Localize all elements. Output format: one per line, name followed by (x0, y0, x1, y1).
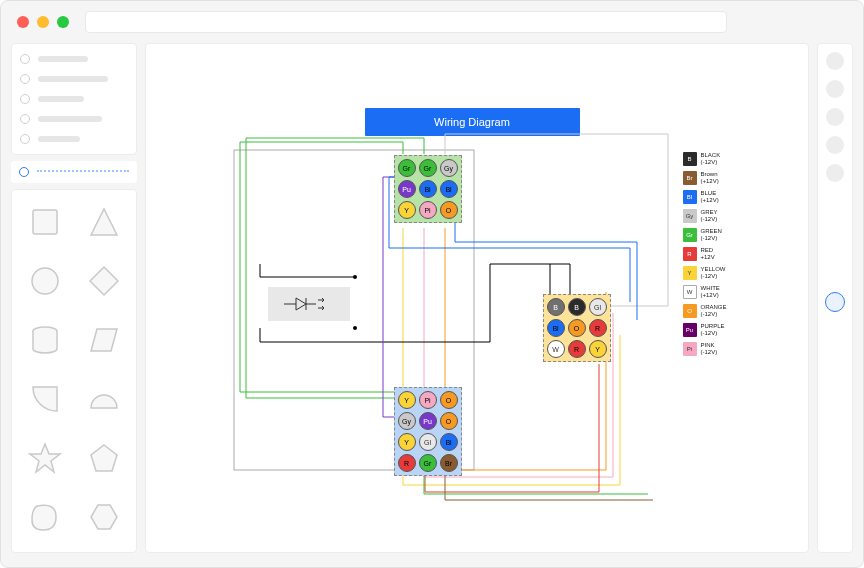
shape-parallelogram[interactable] (87, 323, 121, 361)
pin-pu: Pu (419, 412, 437, 430)
pin-y: Y (398, 201, 416, 219)
shape-palette (11, 189, 137, 553)
legend-orange: OORANGE(-12V) (683, 304, 765, 318)
shape-diamond[interactable] (87, 264, 121, 302)
pin-y: Y (398, 391, 416, 409)
shape-star[interactable] (28, 441, 62, 479)
legend-white: WWHITE(+12V) (683, 285, 765, 299)
pin-o: O (440, 201, 458, 219)
maximize-button[interactable] (57, 16, 69, 28)
window-controls (17, 16, 69, 28)
pin-br: Br (440, 454, 458, 472)
connector-top: GrGrGyPuBlBlYPiO (394, 155, 462, 223)
svg-marker-1 (91, 209, 117, 235)
pin-bl: Bl (547, 319, 565, 337)
rail-dot[interactable] (826, 164, 844, 182)
layer-row[interactable] (20, 94, 128, 104)
pin-r: R (398, 454, 416, 472)
pin-gr: Gr (419, 454, 437, 472)
pin-bl: Bl (440, 433, 458, 451)
pin-o: O (440, 412, 458, 430)
rail-dot[interactable] (826, 80, 844, 98)
layer-row[interactable] (20, 54, 128, 64)
svg-point-10 (353, 275, 357, 279)
svg-marker-5 (91, 329, 117, 351)
minimize-button[interactable] (37, 16, 49, 28)
legend-red: RRED+12V (683, 247, 765, 261)
pin-pi: Pi (419, 391, 437, 409)
svg-point-11 (353, 326, 357, 330)
pin-y: Y (589, 340, 607, 358)
svg-rect-0 (33, 210, 57, 234)
rail-dot[interactable] (826, 52, 844, 70)
pin-pi: Pi (419, 201, 437, 219)
titlebar (1, 1, 863, 43)
pin-b: B (568, 298, 586, 316)
shape-pentagon[interactable] (87, 441, 121, 479)
svg-marker-7 (91, 445, 117, 471)
legend-pink: PiPINK(-12V) (683, 342, 765, 356)
legend-purple: PuPURPLE(-12V) (683, 323, 765, 337)
rail-dot-selected[interactable] (825, 292, 845, 312)
pin-o: O (440, 391, 458, 409)
app-window: Wiring Diagram (0, 0, 864, 568)
legend-black: BBLACK(-12V) (683, 152, 765, 166)
pin-gr: Gr (398, 159, 416, 177)
canvas-area[interactable]: Wiring Diagram (145, 43, 809, 553)
shape-hexagon[interactable] (87, 500, 121, 538)
left-sidebar (11, 43, 137, 553)
pin-bl: Bl (419, 180, 437, 198)
connector-right: BBGlBlORWRY (543, 294, 611, 362)
svg-marker-6 (30, 444, 60, 472)
shape-quarter[interactable] (28, 382, 62, 420)
diode-icon (284, 294, 334, 314)
layer-row[interactable] (20, 74, 128, 84)
pin-pu: Pu (398, 180, 416, 198)
close-button[interactable] (17, 16, 29, 28)
legend-yellow: YYELLOW(-12V) (683, 266, 765, 280)
shape-triangle[interactable] (87, 205, 121, 243)
layers-panel (11, 43, 137, 155)
legend-brown: BrBrown(+12V) (683, 171, 765, 185)
app-body: Wiring Diagram (1, 43, 863, 567)
pin-gr: Gr (419, 159, 437, 177)
pin-y: Y (398, 433, 416, 451)
svg-marker-13 (296, 298, 306, 310)
legend-grey: GyGREY(-12V) (683, 209, 765, 223)
svg-marker-8 (91, 505, 117, 529)
pin-o: O (568, 319, 586, 337)
diagram-canvas: Wiring Diagram (190, 82, 765, 514)
svg-point-2 (32, 268, 58, 294)
led-component (268, 287, 350, 321)
legend-green: GrGREEN(-12V) (683, 228, 765, 242)
rail-dot[interactable] (826, 136, 844, 154)
connector-bottom: YPiOGyPuOYGlBlRGrBr (394, 387, 462, 476)
shape-square[interactable] (28, 205, 62, 243)
pin-gy: Gy (398, 412, 416, 430)
layer-row[interactable] (20, 114, 128, 124)
pin-gl: Gl (589, 298, 607, 316)
address-bar[interactable] (85, 11, 727, 33)
selected-layer-row[interactable] (11, 161, 137, 183)
rail-dot[interactable] (826, 108, 844, 126)
shape-circle[interactable] (28, 264, 62, 302)
pin-b: B (547, 298, 565, 316)
pin-bl: Bl (440, 180, 458, 198)
right-rail (817, 43, 853, 553)
pin-r: R (568, 340, 586, 358)
pin-r: R (589, 319, 607, 337)
pin-w: W (547, 340, 565, 358)
svg-marker-3 (90, 267, 118, 295)
shape-halfcircle[interactable] (87, 382, 121, 420)
shape-blob[interactable] (28, 500, 62, 538)
legend-blue: BlBLUE(+12V) (683, 190, 765, 204)
shape-cylinder[interactable] (28, 323, 62, 361)
pin-gy: Gy (440, 159, 458, 177)
layer-row[interactable] (20, 134, 128, 144)
pin-gl: Gl (419, 433, 437, 451)
color-legend: BBLACK(-12V)BrBrown(+12V)BlBLUE(+12V)GyG… (683, 152, 765, 356)
